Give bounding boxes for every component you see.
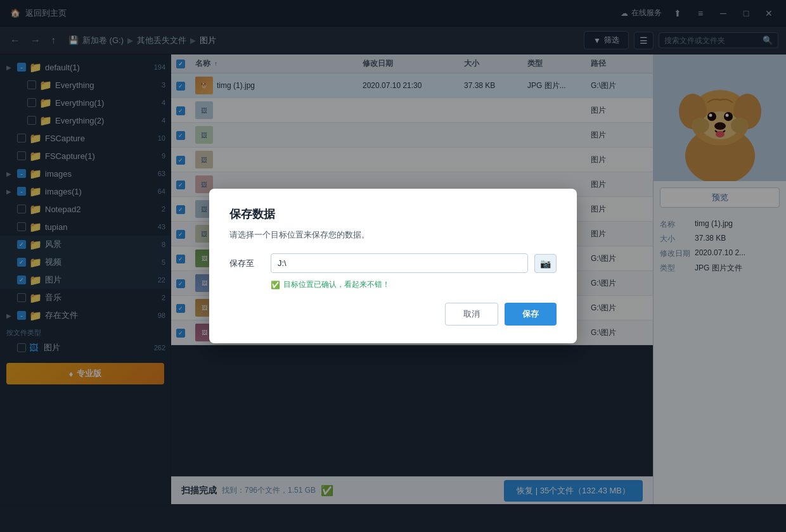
save-button[interactable]: 保存 xyxy=(505,303,557,326)
dialog-title: 保存数据 xyxy=(229,206,557,222)
dialog-save-label: 保存至 xyxy=(229,258,264,269)
save-dialog: 保存数据 请选择一个目标位置来保存您的数据。 保存至 📷 ✅ 目标位置已确认，看… xyxy=(209,189,577,343)
dialog-overlay[interactable]: 保存数据 请选择一个目标位置来保存您的数据。 保存至 📷 ✅ 目标位置已确认，看… xyxy=(0,0,786,532)
cancel-button[interactable]: 取消 xyxy=(445,303,498,326)
dialog-actions: 取消 保存 xyxy=(229,303,557,326)
dialog-field-savepath: 保存至 📷 xyxy=(229,253,557,273)
dialog-description: 请选择一个目标位置来保存您的数据。 xyxy=(229,229,557,241)
browse-button[interactable]: 📷 xyxy=(534,254,557,273)
save-path-input[interactable] xyxy=(271,253,528,273)
validation-message: ✅ 目标位置已确认，看起来不错！ xyxy=(271,279,557,290)
check-icon: ✅ xyxy=(271,281,280,289)
